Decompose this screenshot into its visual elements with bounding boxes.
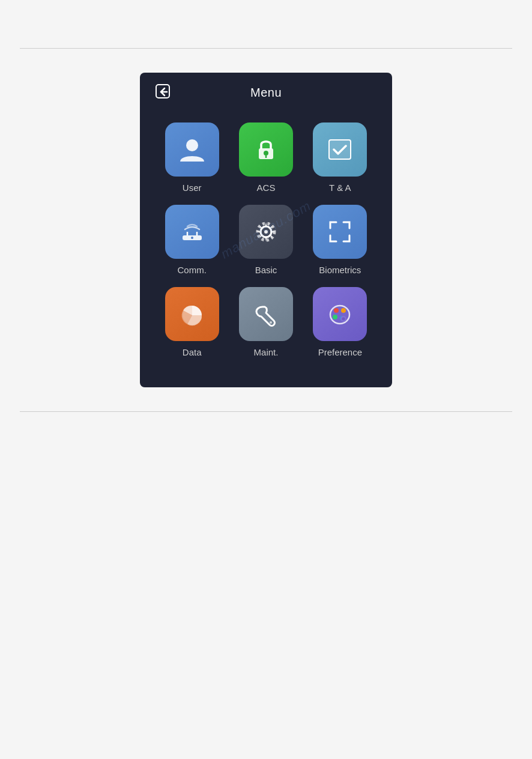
svg-point-17	[270, 321, 272, 324]
user-icon-bg	[165, 122, 219, 177]
top-divider	[20, 48, 512, 49]
menu-item-ta[interactable]: T & A	[306, 122, 374, 193]
svg-point-4	[264, 151, 268, 156]
svg-point-20	[341, 308, 346, 313]
biometrics-label: Biometrics	[319, 265, 361, 275]
maint-icon-bg	[239, 287, 293, 341]
back-button[interactable]	[152, 80, 175, 103]
menu-item-data[interactable]: Data	[158, 287, 226, 357]
data-icon-bg	[165, 287, 219, 341]
biometrics-icon-bg	[313, 205, 367, 259]
bottom-divider	[20, 411, 512, 412]
acs-icon-bg	[239, 122, 293, 177]
svg-rect-6	[329, 140, 351, 159]
page-wrapper: manualsnu.com Menu User	[0, 48, 532, 412]
menu-item-preference[interactable]: Preference	[306, 287, 374, 357]
maint-label: Maint.	[254, 347, 279, 357]
menu-item-biometrics[interactable]: Biometrics	[306, 205, 374, 275]
svg-point-18	[330, 306, 349, 324]
acs-label: ACS	[257, 183, 276, 193]
menu-item-user[interactable]: User	[158, 122, 226, 193]
svg-point-13	[264, 230, 268, 234]
ta-label: T & A	[329, 183, 351, 193]
user-label: User	[183, 183, 202, 193]
preference-label: Preference	[318, 347, 362, 357]
preference-icon-bg	[313, 287, 367, 341]
comm-icon-bg	[165, 205, 219, 259]
comm-label: Comm.	[177, 265, 206, 275]
svg-point-24	[342, 318, 345, 321]
screen-title: Menu	[250, 86, 282, 100]
svg-point-19	[334, 308, 339, 313]
menu-grid: User ACS	[140, 110, 392, 369]
device-screen: manualsnu.com Menu User	[140, 73, 392, 387]
menu-item-basic[interactable]: Basic	[232, 205, 300, 275]
ta-icon-bg	[313, 122, 367, 177]
data-label: Data	[183, 347, 202, 357]
svg-point-2	[186, 139, 198, 151]
menu-item-acs[interactable]: ACS	[232, 122, 300, 193]
menu-item-maint[interactable]: Maint.	[232, 287, 300, 357]
basic-label: Basic	[255, 265, 277, 275]
basic-icon-bg	[239, 205, 293, 259]
svg-point-11	[191, 237, 193, 239]
svg-point-21	[333, 315, 337, 319]
screen-header: Menu	[140, 73, 392, 110]
menu-item-comm[interactable]: Comm.	[158, 205, 226, 275]
